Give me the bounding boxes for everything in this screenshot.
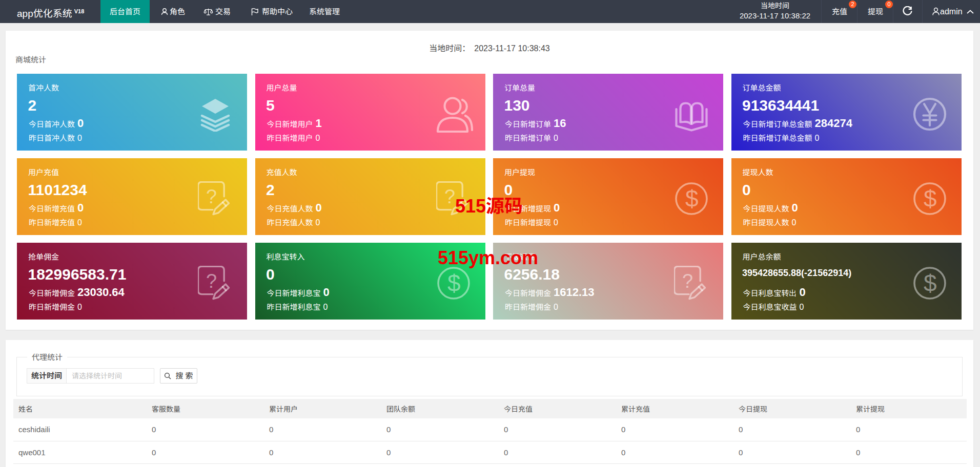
svg-text:$: $	[924, 185, 937, 212]
svg-text:?: ?	[206, 186, 217, 207]
svg-text:$: $	[924, 270, 937, 296]
svg-text:$: $	[685, 185, 699, 212]
svg-text:?: ?	[444, 186, 455, 207]
svg-text:?: ?	[206, 270, 217, 292]
svg-text:?: ?	[682, 270, 693, 292]
svg-text:$: $	[447, 270, 461, 296]
